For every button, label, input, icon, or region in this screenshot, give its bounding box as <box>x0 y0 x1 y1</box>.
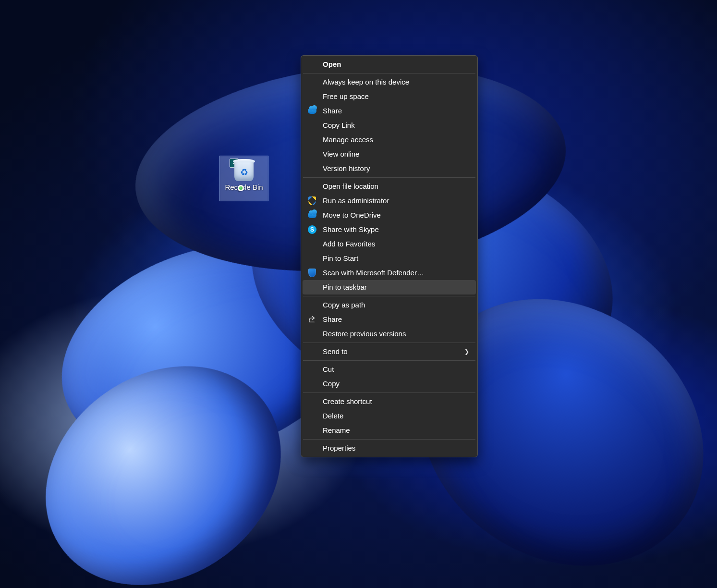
menu-separator <box>303 343 475 343</box>
menu-item-label: Scan with Microsoft Defender… <box>323 269 424 277</box>
menu-item-properties[interactable]: Properties <box>303 441 476 455</box>
menu-item-label: Manage access <box>323 135 373 144</box>
menu-item-copy[interactable]: Copy <box>303 377 476 391</box>
menu-item-share[interactable]: Share <box>303 312 476 327</box>
menu-separator <box>303 73 475 74</box>
menu-item-send-to[interactable]: Send to❯ <box>303 344 476 359</box>
menu-separator <box>303 177 475 178</box>
menu-item-add-to-favorites[interactable]: Add to Favorites <box>303 237 476 251</box>
menu-separator <box>303 439 475 440</box>
skype-icon: S <box>307 225 317 234</box>
menu-item-cut[interactable]: Cut <box>303 362 476 377</box>
menu-item-label: Rename <box>323 426 350 434</box>
menu-item-label: Share <box>323 107 342 115</box>
menu-item-label: Share <box>323 315 342 323</box>
menu-item-restore-previous-versions[interactable]: Restore previous versions <box>303 327 476 341</box>
menu-separator <box>303 296 475 296</box>
menu-item-copy-as-path[interactable]: Copy as path <box>303 298 476 312</box>
defender-shield-icon <box>307 268 317 278</box>
menu-item-rename[interactable]: Rename <box>303 423 476 438</box>
sync-status-icon <box>238 185 244 191</box>
menu-item-delete[interactable]: Delete <box>303 409 476 423</box>
onedrive-cloud-icon <box>307 210 317 220</box>
menu-item-copy-link[interactable]: Copy Link <box>303 118 476 133</box>
menu-item-label: Delete <box>323 412 343 420</box>
menu-item-label: Move to OneDrive <box>323 211 381 219</box>
recycle-bin-icon: ♻ <box>231 157 256 182</box>
menu-item-label: Create shortcut <box>323 397 372 405</box>
menu-item-label: Restore previous versions <box>323 330 406 338</box>
menu-item-label: Version history <box>323 164 370 172</box>
menu-item-version-history[interactable]: Version history <box>303 161 476 176</box>
menu-item-manage-access[interactable]: Manage access <box>303 133 476 147</box>
menu-item-label: Copy Link <box>323 121 355 129</box>
menu-item-label: Pin to Start <box>323 254 358 262</box>
menu-item-share-with-skype[interactable]: SShare with Skype <box>303 222 476 237</box>
menu-item-label: View online <box>323 150 359 158</box>
menu-item-open[interactable]: Open <box>303 57 476 72</box>
menu-item-label: Run as administrator <box>323 196 389 205</box>
menu-item-label: Cut <box>323 365 334 373</box>
menu-item-run-as-administrator[interactable]: Run as administrator <box>303 194 476 208</box>
desktop-icon-label: Recycle Bin <box>220 183 268 192</box>
uac-shield-icon <box>307 196 317 206</box>
menu-item-label: Copy as path <box>323 301 365 309</box>
menu-item-pin-to-taskbar[interactable]: Pin to taskbar <box>303 280 476 294</box>
menu-item-move-to-onedrive[interactable]: Move to OneDrive <box>303 208 476 222</box>
context-menu: OpenAlways keep on this deviceFree up sp… <box>301 55 478 457</box>
menu-item-pin-to-start[interactable]: Pin to Start <box>303 251 476 266</box>
menu-item-label: Open file location <box>323 182 378 190</box>
chevron-right-icon: ❯ <box>464 344 469 359</box>
share-icon <box>307 315 317 324</box>
menu-item-scan-with-defender[interactable]: Scan with Microsoft Defender… <box>303 266 476 280</box>
menu-item-label: Free up space <box>323 92 369 100</box>
desktop-icon-recycle-bin[interactable]: ✓ ♻ Recycle Bin <box>219 156 268 201</box>
menu-item-onedrive-share[interactable]: Share <box>303 104 476 118</box>
menu-item-label: Copy <box>323 380 340 388</box>
menu-item-label: Always keep on this device <box>323 78 409 86</box>
menu-separator <box>303 392 475 393</box>
menu-item-label: Pin to taskbar <box>323 283 367 291</box>
onedrive-cloud-icon <box>307 106 317 116</box>
menu-item-open-file-location[interactable]: Open file location <box>303 179 476 194</box>
menu-item-always-keep-on-device[interactable]: Always keep on this device <box>303 75 476 89</box>
menu-item-label: Add to Favorites <box>323 240 375 248</box>
desktop-wallpaper[interactable]: ✓ ♻ Recycle Bin OpenAlways keep on this … <box>0 0 717 588</box>
menu-item-label: Share with Skype <box>323 225 379 233</box>
menu-item-label: Open <box>323 60 341 68</box>
menu-item-label: Properties <box>323 444 355 452</box>
menu-separator <box>303 360 475 361</box>
menu-item-create-shortcut[interactable]: Create shortcut <box>303 394 476 409</box>
menu-item-free-up-space[interactable]: Free up space <box>303 89 476 104</box>
menu-item-label: Send to <box>323 347 348 355</box>
menu-item-view-online[interactable]: View online <box>303 147 476 161</box>
